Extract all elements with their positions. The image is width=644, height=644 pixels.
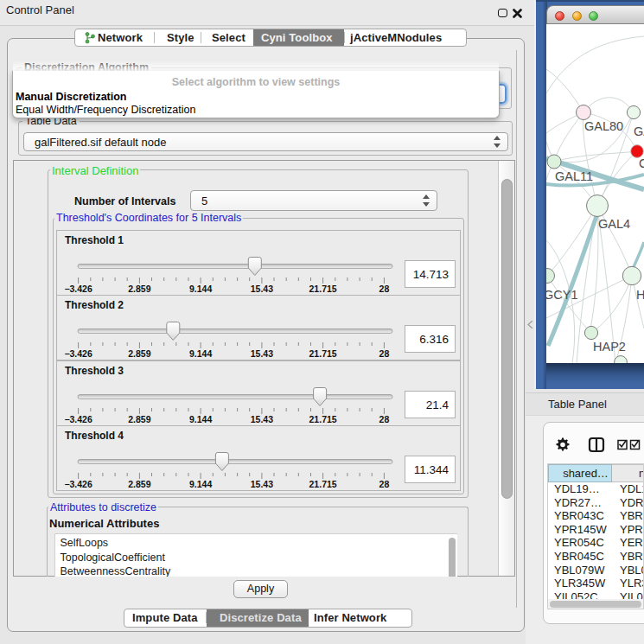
svg-text:28: 28 [379,284,390,294]
svg-text:28: 28 [379,414,390,424]
svg-text:−3.426: −3.426 [64,479,92,489]
svg-text:9.144: 9.144 [189,479,212,489]
svg-text:2.859: 2.859 [128,348,150,359]
svg-text:GCY1: GCY1 [546,288,578,302]
svg-text:GAL80: GAL80 [584,119,623,133]
svg-text:21.715: 21.715 [309,414,337,424]
svg-text:H: H [636,288,644,302]
svg-text:9.144: 9.144 [189,284,212,294]
svg-text:21.715: 21.715 [309,284,337,294]
svg-text:21.715: 21.715 [309,348,337,359]
svg-text:GAL11: GAL11 [555,169,593,183]
svg-text:9.144: 9.144 [189,414,212,424]
svg-text:21.715: 21.715 [309,479,337,489]
svg-text:−3.426: −3.426 [64,348,92,359]
svg-text:2.859: 2.859 [128,414,150,424]
svg-text:2.859: 2.859 [128,284,150,294]
svg-text:2.859: 2.859 [128,479,150,489]
svg-text:−3.426: −3.426 [64,284,92,294]
svg-text:15.43: 15.43 [251,348,273,359]
svg-text:HAP2: HAP2 [593,340,626,354]
svg-text:−3.426: −3.426 [64,414,92,424]
svg-text:15.43: 15.43 [251,284,273,294]
svg-text:15.43: 15.43 [251,414,273,424]
svg-text:15.43: 15.43 [251,479,273,489]
svg-text:9.144: 9.144 [189,348,212,359]
svg-text:GAL4: GAL4 [598,217,630,231]
svg-text:28: 28 [379,479,390,489]
svg-text:C: C [639,156,644,170]
svg-text:28: 28 [379,348,390,359]
svg-text:GA: GA [634,124,644,138]
